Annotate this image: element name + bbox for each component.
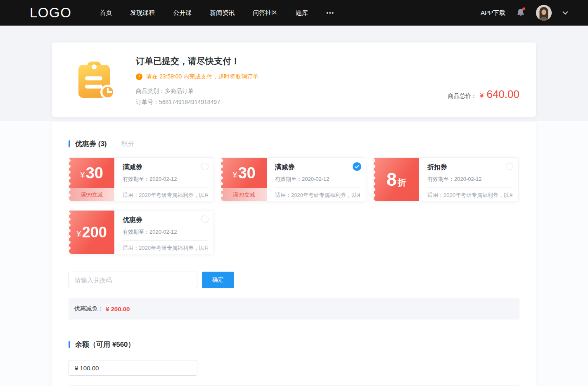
coupon-stub: ¥ 200 <box>69 211 114 254</box>
coupon-amount: 30 <box>238 164 256 182</box>
user-avatar[interactable] <box>536 5 552 21</box>
tab-coupons[interactable]: 优惠券 (3) <box>75 139 107 149</box>
order-summary-card: 订单已提交，请尽快支付！ ! 请在 23:59:00 内完成支付，超时将取消订单… <box>52 43 536 117</box>
coupon-name: 满减券 <box>123 163 208 172</box>
coupon-card-discount[interactable]: 8 折 折扣券 有效期至：2020-02-12 适用：2020年考研专属福利券，… <box>373 157 519 201</box>
notification-bell-icon[interactable] <box>516 8 525 18</box>
coupon-currency: ¥ <box>80 170 85 180</box>
notification-dot <box>522 7 525 10</box>
payment-deadline-warning: ! 请在 23:59:00 内完成支付，超时将取消订单 <box>136 73 258 81</box>
nav-right: APP下载 <box>481 5 568 21</box>
nav-item-question-bank[interactable]: 题库 <box>296 9 308 17</box>
coupon-stub: ¥ 30 满99立减 <box>221 158 267 201</box>
order-category-label: 商品类别： <box>136 88 165 94</box>
order-info: 订单已提交，请尽快支付！ ! 请在 23:59:00 内完成支付，超时将取消订单… <box>136 55 258 117</box>
order-title: 订单已提交，请尽快支付！ <box>136 55 258 67</box>
coupon-scope: 适用：2020年考研专属福利券，以用... <box>123 240 208 252</box>
avatar-image <box>536 5 552 21</box>
top-nav: LOGO 首页 发现课程 公开课 新闻资讯 问答社区 题库 ••• APP下载 <box>0 0 588 26</box>
ticket-scallop-edge <box>69 158 72 201</box>
coupon-card-fullcut-2-selected[interactable]: ¥ 30 满99立减 满减券 有效期至：2020-02-12 适用：2020年考… <box>221 157 366 201</box>
total-price-label: 商品总价： <box>448 92 477 100</box>
total-currency: ¥ <box>480 92 484 99</box>
validity-date: 2020-02-12 <box>149 229 177 235</box>
coupon-condition-tag: 满99立减 <box>69 188 114 201</box>
warning-text: 请在 23:59:00 内完成支付，超时将取消订单 <box>146 73 258 81</box>
discount-label: 优惠减免： <box>74 305 103 313</box>
confirm-button[interactable]: 确定 <box>202 272 234 288</box>
coupon-stub: ¥ 30 满99立减 <box>69 158 114 201</box>
logo[interactable]: LOGO <box>30 5 71 21</box>
coupon-validity: 有效期至：2020-02-12 <box>123 228 208 236</box>
nav-item-home[interactable]: 首页 <box>100 9 112 17</box>
coupon-name: 满减券 <box>275 163 360 172</box>
coupon-validity: 有效期至：2020-02-12 <box>427 175 512 183</box>
nav-item-qa-community[interactable]: 问答社区 <box>253 9 277 17</box>
discount-value: ¥ 200.00 <box>106 305 130 313</box>
validity-date: 2020-02-12 <box>149 176 177 182</box>
ticket-scallop-edge <box>374 158 377 201</box>
coupon-stub: 8 折 <box>374 158 419 201</box>
order-number-label: 订单号： <box>136 99 159 105</box>
nav-menu: 首页 发现课程 公开课 新闻资讯 问答社区 题库 ••• <box>100 9 334 17</box>
clipboard-icon <box>76 61 116 117</box>
more-menu-icon[interactable]: ••• <box>326 10 334 16</box>
section-accent-bar <box>69 140 70 147</box>
coupon-body: 优惠券 有效期至：2020-02-12 适用：2020年考研专属福利券，以用..… <box>114 211 213 254</box>
coupon-name: 优惠券 <box>123 216 208 225</box>
validity-date: 2020-02-12 <box>454 176 482 182</box>
validity-label: 有效期至： <box>275 176 302 182</box>
coupon-amount: 200 <box>82 224 107 241</box>
order-number-row: 订单号：5681749184914918497 <box>136 99 258 106</box>
coupon-grid: ¥ 30 满99立减 满减券 有效期至：2020-02-12 适用：2020年考… <box>69 157 519 254</box>
coupon-currency: ¥ <box>76 229 81 239</box>
chevron-down-icon[interactable] <box>562 11 568 15</box>
coupon-radio[interactable] <box>506 163 513 170</box>
tab-divider <box>114 141 114 147</box>
validity-label: 有效期至： <box>123 229 149 235</box>
nav-item-open-courses[interactable]: 公开课 <box>173 9 192 17</box>
validity-label: 有效期至： <box>427 176 454 182</box>
order-category-value: 多商品订单 <box>165 88 194 94</box>
order-number-value: 5681749184914918497 <box>159 99 220 105</box>
validity-label: 有效期至： <box>123 176 149 182</box>
ticket-scallop-edge <box>69 211 72 254</box>
balance-title: 余额（可用 ¥560） <box>75 340 135 349</box>
redeem-code-row: 确定 <box>69 272 519 288</box>
balance-section-header: 余额（可用 ¥560） <box>69 340 519 349</box>
coupon-card-fullcut-1[interactable]: ¥ 30 满99立减 满减券 有效期至：2020-02-12 适用：2020年考… <box>69 157 214 201</box>
nav-item-discover-courses[interactable]: 发现课程 <box>130 9 155 17</box>
order-total: 商品总价： ¥ 640.00 <box>448 88 519 101</box>
app-download-link[interactable]: APP下载 <box>481 9 505 17</box>
ticket-scallop-edge <box>221 158 225 201</box>
section-accent-bar <box>69 341 70 348</box>
coupon-radio[interactable] <box>201 163 209 170</box>
coupon-scope: 适用：2020年考研专属福利券，以用... <box>123 187 208 199</box>
coupon-body: 折扣券 有效期至：2020-02-12 适用：2020年考研专属福利券，以用..… <box>419 158 518 201</box>
payment-options-card: 优惠券 (3) 积分 ¥ 30 满99立减 满减券 有效期至：2020-02-1… <box>52 122 536 386</box>
coupon-validity: 有效期至：2020-02-12 <box>275 175 360 183</box>
coupon-check-icon[interactable] <box>353 162 361 171</box>
redeem-code-input[interactable] <box>69 272 197 288</box>
warning-icon: ! <box>136 73 142 80</box>
order-category-row: 商品类别：多商品订单 <box>136 88 258 95</box>
coupon-radio[interactable] <box>201 215 209 223</box>
coupon-card-voucher[interactable]: ¥ 200 优惠券 有效期至：2020-02-12 适用：2020年考研专属福利… <box>69 210 214 254</box>
balance-amount-input[interactable] <box>69 360 197 376</box>
coupon-scope: 适用：2020年考研专属福利券，以用... <box>275 187 360 199</box>
coupon-section-header: 优惠券 (3) 积分 <box>69 139 519 149</box>
coupon-condition-tag: 满99立减 <box>221 188 267 201</box>
coupon-body: 满减券 有效期至：2020-02-12 适用：2020年考研专属福利券，以用..… <box>114 158 213 201</box>
discount-summary-row: 优惠减免： ¥ 200.00 <box>69 298 519 320</box>
tab-points[interactable]: 积分 <box>121 140 135 148</box>
coupon-body: 满减券 有效期至：2020-02-12 适用：2020年考研专属福利券，以用..… <box>267 158 366 201</box>
coupon-validity: 有效期至：2020-02-12 <box>123 175 208 183</box>
coupon-amount-suffix: 折 <box>398 177 406 188</box>
coupon-currency: ¥ <box>232 170 237 180</box>
coupon-amount: 30 <box>86 164 103 182</box>
validity-date: 2020-02-12 <box>302 176 330 182</box>
total-price-value: 640.00 <box>486 88 519 101</box>
nav-item-news[interactable]: 新闻资讯 <box>210 9 235 17</box>
coupon-amount: 8 <box>386 169 396 190</box>
coupon-scope: 适用：2020年考研专属福利券，以用... <box>427 187 512 199</box>
